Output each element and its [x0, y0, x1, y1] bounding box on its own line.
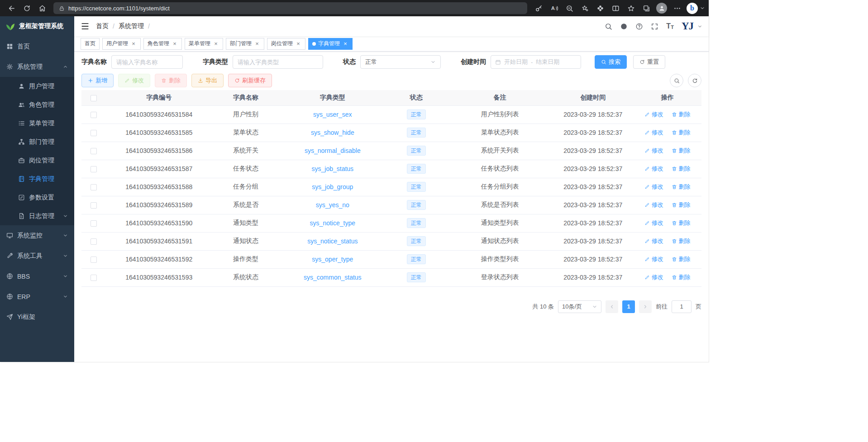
row-delete-button[interactable]: 删除	[672, 201, 691, 209]
sidebar-item-post-mgmt[interactable]: 岗位管理	[0, 151, 74, 170]
close-icon[interactable]: ×	[172, 40, 178, 47]
row-edit-button[interactable]: 修改	[644, 183, 663, 191]
table-row[interactable]: 1641030593246531588 任务分组 sys_job_group 正…	[81, 178, 701, 196]
row-checkbox[interactable]	[91, 257, 97, 263]
row-delete-button[interactable]: 删除	[672, 273, 691, 281]
collections-button[interactable]	[639, 2, 654, 14]
date-range-picker[interactable]: 开始日期 - 结束日期	[491, 55, 581, 69]
sidebar-item-erp[interactable]: ERP	[0, 286, 74, 307]
url-text[interactable]: https://ccnetcore.com:1101/system/dict	[68, 5, 170, 12]
row-checkbox[interactable]	[91, 112, 97, 118]
table-row[interactable]: 1641030593246531590 通知类型 sys_notice_type…	[81, 214, 701, 232]
row-edit-button[interactable]: 修改	[644, 255, 663, 263]
sidebar-item-dict-mgmt[interactable]: 字典管理	[0, 170, 74, 188]
bing-button[interactable]: b	[687, 3, 698, 14]
close-icon[interactable]: ×	[130, 40, 137, 47]
select-all-checkbox[interactable]	[91, 95, 97, 101]
reset-button[interactable]: 重置	[633, 55, 665, 69]
row-checkbox[interactable]	[91, 238, 97, 245]
sidebar-item-home[interactable]: 首页	[0, 36, 74, 57]
export-button[interactable]: 导出	[191, 74, 224, 87]
sidebar-item-bbs[interactable]: BBS	[0, 266, 74, 286]
table-row[interactable]: 1641030593246531592 操作类型 sys_oper_type 正…	[81, 250, 701, 268]
table-row[interactable]: 1641030593246531591 通知状态 sys_notice_stat…	[81, 232, 701, 250]
delete-button[interactable]: 删除	[155, 74, 187, 87]
add-favorite-button[interactable]	[577, 2, 592, 14]
refresh-table-button[interactable]	[688, 74, 701, 87]
row-edit-button[interactable]: 修改	[644, 110, 663, 119]
tab-dict-mgmt[interactable]: 字典管理 ×	[308, 38, 353, 50]
tab-home[interactable]: 首页	[81, 38, 100, 50]
profile-avatar[interactable]	[656, 3, 667, 14]
toggle-search-button[interactable]	[670, 74, 683, 87]
row-checkbox[interactable]	[91, 220, 97, 227]
sidebar-item-menu-mgmt[interactable]: 菜单管理	[0, 114, 74, 133]
read-aloud-button[interactable]	[546, 2, 562, 14]
sidebar-item-system-monitor[interactable]: 系统监控	[0, 225, 74, 246]
edit-button[interactable]: 修改	[118, 74, 150, 87]
row-delete-button[interactable]: 删除	[672, 237, 691, 245]
add-button[interactable]: 新增	[81, 74, 114, 87]
app-logo[interactable]: 意框架管理系统	[0, 16, 74, 36]
row-delete-button[interactable]: 删除	[672, 183, 691, 191]
row-edit-button[interactable]: 修改	[644, 237, 663, 245]
tab-role-mgmt[interactable]: 角色管理 ×	[143, 38, 182, 50]
row-delete-button[interactable]: 删除	[672, 110, 691, 119]
table-row[interactable]: 1641030593246531587 任务状态 sys_job_status …	[81, 160, 701, 178]
next-page-button[interactable]	[639, 300, 652, 313]
back-button[interactable]	[4, 2, 19, 14]
sidebar-item-system-tools[interactable]: 系统工具	[0, 246, 74, 266]
row-edit-button[interactable]: 修改	[644, 201, 663, 209]
favorites-button[interactable]	[623, 2, 639, 14]
tab-user-mgmt[interactable]: 用户管理 ×	[102, 38, 141, 50]
zoom-button[interactable]	[562, 2, 577, 14]
row-delete-button[interactable]: 删除	[672, 165, 691, 173]
row-edit-button[interactable]: 修改	[644, 219, 663, 227]
dict-name-input[interactable]	[111, 55, 183, 69]
row-edit-button[interactable]: 修改	[644, 165, 663, 173]
row-delete-button[interactable]: 删除	[672, 128, 691, 137]
close-icon[interactable]: ×	[342, 40, 348, 47]
tab-menu-mgmt[interactable]: 菜单管理 ×	[185, 38, 223, 50]
search-icon[interactable]	[605, 23, 612, 30]
refresh-button[interactable]	[19, 2, 34, 14]
current-page-button[interactable]: 1	[622, 300, 635, 313]
sidebar-toggle-icon[interactable]	[81, 22, 90, 31]
row-checkbox[interactable]	[91, 275, 97, 281]
help-icon[interactable]	[635, 23, 643, 30]
row-delete-button[interactable]: 删除	[672, 255, 691, 263]
row-edit-button[interactable]: 修改	[644, 273, 663, 281]
chevron-down-icon[interactable]	[697, 24, 702, 29]
table-row[interactable]: 1641030593246531593 系统状态 sys_common_stat…	[81, 268, 701, 286]
row-delete-button[interactable]: 删除	[672, 147, 691, 155]
browser-menu-button[interactable]	[669, 2, 685, 14]
fullscreen-icon[interactable]	[651, 23, 658, 30]
sidebar-item-dept-mgmt[interactable]: 部门管理	[0, 133, 74, 151]
tab-post-mgmt[interactable]: 岗位管理 ×	[267, 38, 305, 50]
row-edit-button[interactable]: 修改	[644, 147, 663, 155]
close-icon[interactable]: ×	[254, 40, 260, 47]
breadcrumb-system-mgmt[interactable]: 系统管理	[119, 22, 144, 30]
page-size-select[interactable]: 10条/页	[558, 300, 601, 313]
close-icon[interactable]: ×	[295, 40, 301, 47]
home-button[interactable]	[34, 2, 50, 14]
split-screen-button[interactable]	[608, 2, 623, 14]
github-icon[interactable]	[620, 23, 628, 30]
password-key-button[interactable]	[531, 2, 546, 14]
dict-type-input[interactable]	[233, 55, 323, 69]
extensions-button[interactable]	[592, 2, 608, 14]
dict-type-link[interactable]: sys_oper_type	[312, 256, 353, 263]
sidebar-item-role-mgmt[interactable]: 角色管理	[0, 95, 74, 114]
row-delete-button[interactable]: 删除	[672, 219, 691, 227]
row-checkbox[interactable]	[91, 166, 97, 172]
dict-type-link[interactable]: sys_common_status	[304, 274, 362, 281]
font-size-icon[interactable]: TT	[666, 23, 674, 30]
dict-type-link[interactable]: sys_job_group	[312, 183, 353, 190]
table-row[interactable]: 1641030593246531586 系统开关 sys_normal_disa…	[81, 142, 701, 160]
dict-type-link[interactable]: sys_user_sex	[313, 111, 352, 118]
table-row[interactable]: 1641030593246531585 菜单状态 sys_show_hide 正…	[81, 124, 701, 142]
search-button[interactable]: 搜索	[595, 55, 627, 69]
close-icon[interactable]: ×	[213, 40, 219, 47]
chevron-down-icon[interactable]	[700, 5, 705, 11]
sidebar-item-param-settings[interactable]: 参数设置	[0, 188, 74, 207]
